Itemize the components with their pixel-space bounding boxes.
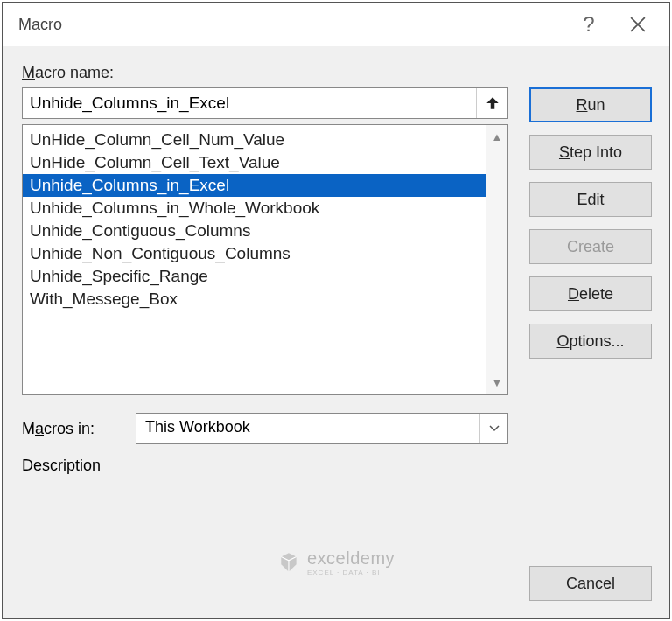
macros-in-value: This Workbook [136, 414, 480, 443]
scroll-down-icon[interactable]: ▼ [492, 376, 503, 389]
macros-in-select[interactable]: This Workbook [136, 413, 508, 444]
chevron-down-icon [480, 414, 508, 443]
macro-dialog: Macro ? Macro name: UnHide_Column_Cell_N… [2, 2, 670, 619]
macro-name-label: Macro name: [22, 64, 652, 82]
edit-button[interactable]: Edit [529, 182, 652, 217]
step-into-button[interactable]: Step Into [529, 135, 652, 170]
close-icon [630, 17, 646, 32]
list-item[interactable]: With_Messege_Box [23, 288, 486, 310]
list-item[interactable]: UnHide_Column_Cell_Text_Value [23, 151, 486, 174]
list-item[interactable]: Unhide_Specific_Range [23, 265, 486, 288]
up-arrow-icon [485, 95, 500, 111]
watermark: exceldemy EXCEL · DATA · BI [277, 548, 395, 576]
titlebar: Macro ? [3, 3, 669, 46]
macro-name-field-wrap [22, 87, 508, 119]
left-column: UnHide_Column_Cell_Num_ValueUnHide_Colum… [22, 87, 508, 475]
cancel-wrap: Cancel [529, 566, 652, 601]
list-item[interactable]: UnHide_Column_Cell_Num_Value [23, 129, 486, 151]
list-item[interactable]: Unhide_Columns_in_Whole_Workbook [23, 197, 486, 220]
watermark-subtext: EXCEL · DATA · BI [307, 569, 395, 576]
macro-listbox-wrap: UnHide_Column_Cell_Num_ValueUnHide_Colum… [22, 124, 508, 395]
watermark-icon [277, 551, 300, 574]
help-button[interactable]: ? [564, 3, 613, 46]
cancel-button[interactable]: Cancel [529, 566, 652, 601]
main-row: UnHide_Column_Cell_Num_ValueUnHide_Colum… [22, 87, 652, 475]
macro-name-input[interactable] [23, 88, 476, 118]
options-button[interactable]: Options... [529, 324, 652, 359]
watermark-text: exceldemy [307, 548, 395, 569]
button-column: Run Step Into Edit Create Delete Options… [529, 87, 652, 359]
list-item[interactable]: Unhide_Columns_in_Excel [23, 174, 486, 197]
listbox-scrollbar[interactable]: ▲ ▼ [486, 125, 508, 394]
description-label: Description [22, 457, 508, 475]
list-item[interactable]: Unhide_Contiguous_Columns [23, 220, 486, 242]
dialog-title: Macro [18, 16, 564, 34]
close-button[interactable] [613, 3, 662, 46]
macro-listbox[interactable]: UnHide_Column_Cell_Num_ValueUnHide_Colum… [23, 125, 486, 394]
delete-button[interactable]: Delete [529, 276, 652, 311]
create-button: Create [529, 229, 652, 264]
macros-in-label: Macros in: [22, 420, 118, 438]
scroll-up-icon[interactable]: ▲ [492, 130, 503, 143]
dialog-body: Macro name: UnHide_Column_Cell_Num_Value… [3, 46, 669, 618]
macros-in-row: Macros in: This Workbook [22, 413, 508, 444]
go-to-macro-button[interactable] [476, 88, 508, 118]
run-button[interactable]: Run [529, 87, 652, 122]
list-item[interactable]: Unhide_Non_Contiguous_Columns [23, 242, 486, 265]
